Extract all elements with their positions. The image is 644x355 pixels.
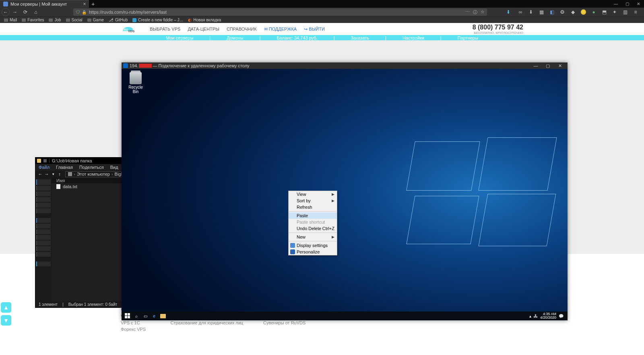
bookmark-item[interactable]: Social [64,18,84,22]
ribbon-tab-share[interactable]: Поделиться [79,165,104,170]
bookmark-item[interactable]: ⎇GitHub [107,18,129,22]
ribbon-link[interactable]: Домены [227,35,243,40]
tray-icon[interactable]: ▴ [529,314,531,318]
start-button[interactable] [123,311,132,320]
explorer-recent-button[interactable]: ▾ [50,172,56,176]
ribbon-link[interactable]: Мои серверы [166,35,193,40]
footer-link[interactable]: Страхование для юридических лиц [170,320,243,325]
ctx-item-paste[interactable]: Paste [289,212,337,219]
explorer-forward-button[interactable]: → [43,172,50,176]
bookmark-item[interactable]: Create a new fiddle – J… [131,18,185,22]
ctx-item-undo[interactable]: Undo DeleteCtrl+Z [289,225,337,232]
ctx-item-sort[interactable]: Sort by▶ [289,197,337,204]
bookmark-item[interactable]: Game [86,18,105,22]
ctx-item-new[interactable]: New▶ [289,234,337,240]
ext-icon[interactable]: ▦ [538,8,545,16]
browser-tab-active[interactable]: Мои серверы | Мой аккаунт × [0,0,89,8]
shield-icon: 🛡 [76,10,80,15]
new-tab-button[interactable]: + [89,0,97,8]
notifications-icon[interactable]: 💬 [559,314,564,318]
redacted-ip [139,64,152,68]
explorer-up-button[interactable]: ↑ [56,172,63,176]
nav-forward-button[interactable]: → [10,8,20,16]
taskview-icon[interactable]: ▭ [141,311,150,320]
bookmark-item[interactable]: Job [47,18,62,22]
rdp-title-bar[interactable]: 194. — Подключение к удаленному рабочему… [122,62,568,69]
ext-icon[interactable]: ◆ [569,8,576,16]
footer-link[interactable]: Сувениры от RuVDS [263,320,305,325]
url-star-icon[interactable]: ☆ [481,9,485,15]
ext-icon[interactable]: ⬒ [601,8,608,16]
ext-icon[interactable]: ✦ [611,8,618,16]
scroll-up-button[interactable]: ▲ [1,302,11,313]
footer-link[interactable]: VPS с 1С [121,320,150,325]
nav-link[interactable]: ДАТА-ЦЕНТРЫ [188,27,219,32]
footer-link[interactable]: Форекс VPS [121,327,150,332]
ctx-item-view[interactable]: View▶ [289,191,337,197]
bookmark-item[interactable]: ◐Новая вкладка [186,18,223,22]
nav-link[interactable]: ВЫБРАТЬ VPS [150,27,180,32]
remote-tray: ▴ 🖧 4:35 AM 4/20/2020 💬 [529,312,566,320]
ext-icon[interactable]: ❂ [559,8,566,16]
explorer-back-button[interactable]: ← [37,172,43,176]
ctx-item-personalize[interactable]: Personalize [289,249,337,255]
phone-number: 8 (800) 775 97 42 [473,24,523,31]
file-explorer-icon[interactable] [159,311,167,320]
rdp-maximize-icon[interactable]: ▢ [542,63,554,69]
ext-icon[interactable]: ● [590,8,597,16]
ext-icon[interactable]: ◧ [548,8,555,16]
ribbon-tab-home[interactable]: Главная [56,165,73,170]
window-restore-icon[interactable]: ▢ [621,0,633,8]
nav-network[interactable] [36,262,51,266]
tab-close-icon[interactable]: × [83,1,86,7]
nav-link[interactable]: СПРАВОЧНИК [227,27,257,32]
bookmark-item[interactable]: Favorites [20,18,45,22]
tray-clock[interactable]: 4:35 AM 4/20/2020 [540,312,556,320]
pocket-icon[interactable]: ⬇ [503,8,514,16]
downloads-icon[interactable]: ⬇ [527,8,535,16]
rdp-minimize-icon[interactable]: — [530,63,542,69]
explorer-nav-pane[interactable] [35,178,52,301]
site-logo[interactable]: VDSRU [121,25,142,33]
ctx-item-refresh[interactable]: Refresh [289,204,337,210]
ext-icon[interactable]: 🪙 [580,8,587,16]
site-header: VDSRU ВЫБРАТЬ VPS ДАТА-ЦЕНТРЫ СПРАВОЧНИК… [0,23,644,35]
nav-reload-button[interactable]: ⟳ [20,8,31,16]
jsfiddle-icon [132,18,136,22]
url-bar[interactable]: 🛡 🔒 https://ruvds.com/ru-rub/my/servers/… [73,8,487,16]
menu-icon[interactable]: ≡ [632,8,639,16]
bookmark-item[interactable]: Mail [2,18,19,22]
ctx-item-display[interactable]: Display settings [289,242,337,249]
search-icon[interactable]: ⌕ [132,311,141,320]
ribbon-link[interactable]: Заказать [351,35,369,40]
github-icon: ⎇ [109,18,114,22]
scroll-down-button[interactable]: ▼ [1,315,11,326]
svg-text:VDS: VDS [128,29,135,33]
ext-icon[interactable]: ∞ [517,8,524,16]
nav-home-button[interactable]: ⌂ [31,8,41,16]
url-more-icon[interactable]: ⋯ [465,9,470,15]
nav-link-support[interactable]: ✉ ПОДДЕРЖКА [264,27,297,32]
nav-back-button[interactable]: ← [2,8,10,16]
nav-thispc[interactable] [36,218,51,223]
svg-rect-3 [128,313,130,316]
window-close-icon[interactable]: ✕ [633,0,644,8]
windows-logo-bg [411,141,555,246]
network-icon[interactable]: 🖧 [534,314,538,318]
ie-icon[interactable]: e [150,311,159,320]
ribbon-tab-file[interactable]: Файл [39,165,50,170]
url-info-icon[interactable]: ⓘ [473,9,477,15]
rdp-close-icon[interactable]: ✕ [554,63,566,69]
library-icon[interactable]: ▥ [621,8,629,16]
browser-toolbar: ← → ⟳ ⌂ 🛡 🔒 https://ruvds.com/ru-rub/my/… [0,8,644,17]
recycle-bin-icon[interactable]: Recycle Bin [126,72,146,94]
ribbon-link[interactable]: Баланс: 34,743 руб. [277,35,317,40]
ribbon-tab-view[interactable]: Вид [110,165,118,170]
nav-quick[interactable] [36,179,51,185]
remote-desktop[interactable]: Recycle Bin View▶ Sort by▶ Refresh Paste… [122,69,568,311]
ribbon-link[interactable]: Настройки [402,35,424,40]
nav-link-logout[interactable]: ↪ ВЫЙТИ [304,27,325,32]
ribbon-link[interactable]: Партнеры [458,35,478,40]
page-content: VDSRU ВЫБРАТЬ VPS ДАТА-ЦЕНТРЫ СПРАВОЧНИК… [0,23,644,355]
window-minimize-icon[interactable]: — [610,0,621,8]
